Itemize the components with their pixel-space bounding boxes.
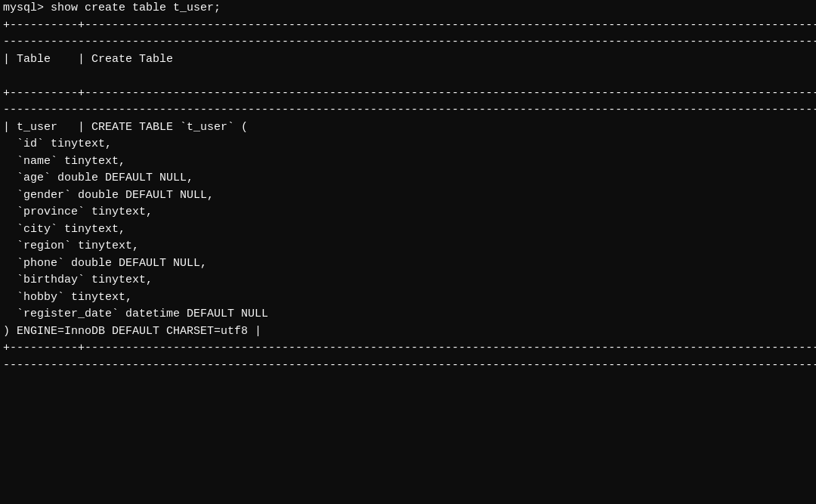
field-region: `region` tinytext, [0,238,816,255]
separator-mid1: +----------+----------------------------… [0,85,816,103]
field-age: `age` double DEFAULT NULL, [0,170,816,187]
field-city: `city` tinytext, [0,221,816,239]
separator-bot1: +----------+----------------------------… [0,340,816,357]
field-gender: `gender` double DEFAULT NULL, [0,187,816,205]
closing-line: ) ENGINE=InnoDB DEFAULT CHARSET=utf8 | [0,323,816,341]
field-birthday: `birthday` tinytext, [0,272,816,289]
separator-top1: +----------+----------------------------… [0,17,816,35]
field-province: `province` tinytext, [0,204,816,221]
field-register-date: `register_date` datetime DEFAULT NULL [0,306,816,323]
field-id: `id` tinytext, [0,136,816,153]
prompt-line: mysql> show create table t_user; [0,0,816,17]
data-row-start: | t_user | CREATE TABLE `t_user` ( [0,119,816,137]
field-name: `name` tinytext, [0,153,816,171]
field-hobby: `hobby` tinytext, [0,289,816,307]
terminal-window: mysql> show create table t_user; +------… [0,0,816,504]
separator-bot2: ----------------------------------------… [0,357,816,375]
field-phone: `phone` double DEFAULT NULL, [0,255,816,273]
header-cursor-line [0,68,816,85]
separator-top2: ----------------------------------------… [0,34,816,51]
header-row: | Table | Create Table [0,51,816,69]
separator-mid2: ----------------------------------------… [0,102,816,119]
